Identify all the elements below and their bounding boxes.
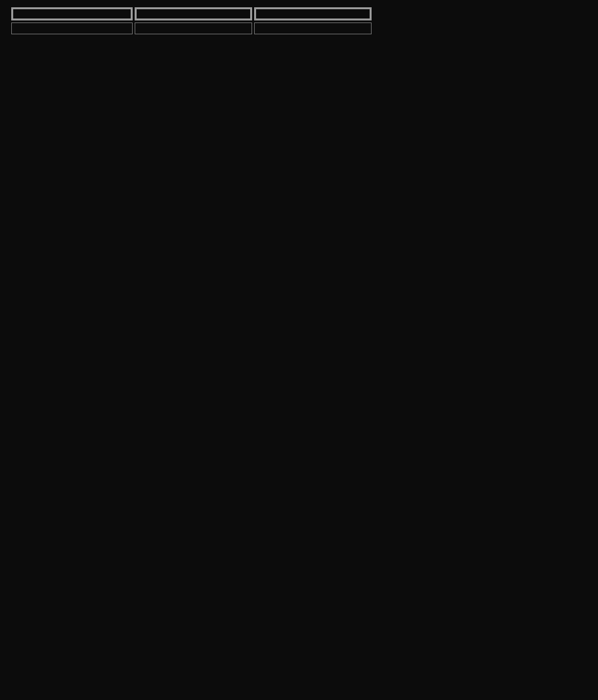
cell-description [254, 22, 372, 34]
cell-address [135, 22, 252, 34]
table-header-row [11, 7, 372, 20]
column-header-description [254, 7, 372, 20]
results-table [9, 5, 374, 36]
table-row [11, 22, 372, 34]
cell-channel [11, 22, 133, 34]
column-header-channel [11, 7, 133, 20]
terminal-output [0, 0, 598, 36]
column-header-address [135, 7, 252, 20]
